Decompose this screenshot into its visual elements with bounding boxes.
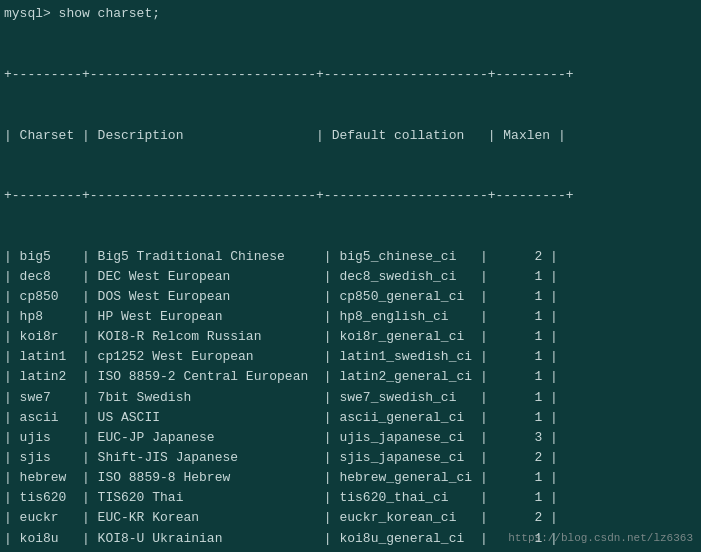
table-row: | sjis | Shift-JIS Japanese | sjis_japan… [4, 448, 697, 468]
table-row: | swe7 | 7bit Swedish | swe7_swedish_ci … [4, 388, 697, 408]
table-body: | big5 | Big5 Traditional Chinese | big5… [4, 247, 697, 552]
table-row: | ascii | US ASCII | ascii_general_ci | … [4, 408, 697, 428]
table-row: | ujis | EUC-JP Japanese | ujis_japanese… [4, 428, 697, 448]
table-row: | latin2 | ISO 8859-2 Central European |… [4, 367, 697, 387]
table-row: | koi8r | KOI8-R Relcom Russian | koi8r_… [4, 327, 697, 347]
table-row: | gb2312 | GB2312 Simplified Chinese | g… [4, 549, 697, 552]
table-row: | cp850 | DOS West European | cp850_gene… [4, 287, 697, 307]
separator-mid: +---------+-----------------------------… [4, 186, 697, 206]
terminal-window: mysql> show charset; +---------+--------… [4, 6, 697, 552]
command-line: mysql> show charset; [4, 6, 697, 21]
table-row: | hebrew | ISO 8859-8 Hebrew | hebrew_ge… [4, 468, 697, 488]
table-row: | dec8 | DEC West European | dec8_swedis… [4, 267, 697, 287]
table-header: | Charset | Description | Default collat… [4, 126, 697, 146]
table-row: | latin1 | cp1252 West European | latin1… [4, 347, 697, 367]
table-row: | big5 | Big5 Traditional Chinese | big5… [4, 247, 697, 267]
table-container: +---------+-----------------------------… [4, 25, 697, 552]
separator-top: +---------+-----------------------------… [4, 65, 697, 85]
watermark: https://blog.csdn.net/lz6363 [508, 532, 693, 544]
table-row: | tis620 | TIS620 Thai | tis620_thai_ci … [4, 488, 697, 508]
table-row: | euckr | EUC-KR Korean | euckr_korean_c… [4, 508, 697, 528]
table-row: | hp8 | HP West European | hp8_english_c… [4, 307, 697, 327]
